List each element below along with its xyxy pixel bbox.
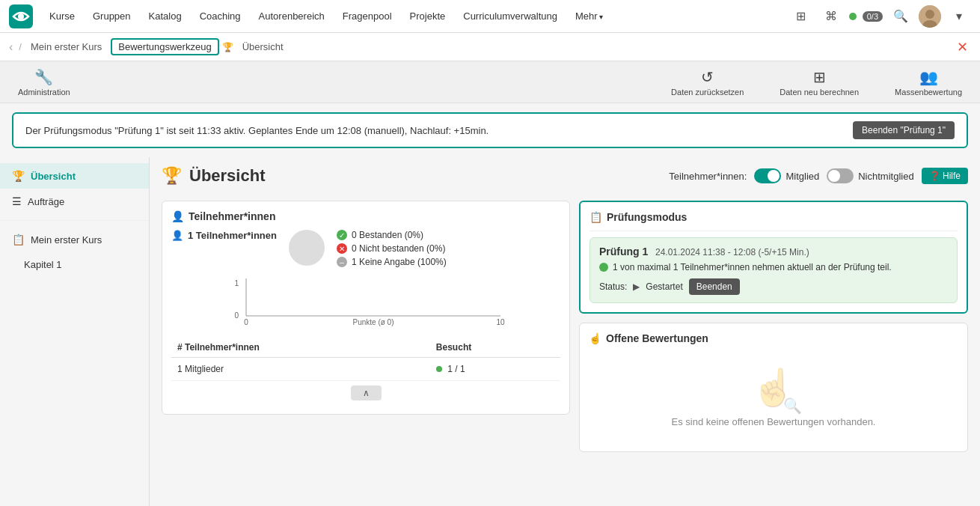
breadcrumb-back[interactable]: ‹ bbox=[6, 39, 16, 55]
bar-chart: 0 1 0 Punkte (ø 0) 10 bbox=[171, 275, 560, 327]
bewertungen-icon: ☝ bbox=[589, 332, 601, 344]
two-col-layout: 👤 Teilnehmer*innen 👤 1 Teilnehmer*innen … bbox=[162, 201, 968, 452]
pruefungsmodus-icon: 📋 bbox=[589, 211, 602, 223]
mass-rating-icon: 👥 bbox=[919, 68, 938, 86]
breadcrumb-my-course[interactable]: Mein erster Kurs bbox=[25, 40, 108, 54]
pruef-stat-row: 1 von maximal 1 Teilnehmer*innen nehmen … bbox=[599, 262, 948, 272]
participants-icon: 👤 bbox=[171, 210, 184, 222]
row-visited: 1 / 1 bbox=[430, 358, 560, 381]
toolbar-administration-label: Administration bbox=[18, 88, 70, 97]
svg-text:10: 10 bbox=[496, 318, 505, 326]
participant-avatar bbox=[289, 230, 325, 266]
trophy-sidebar-icon: 🏆 bbox=[12, 170, 25, 182]
search-icon[interactable]: 🔍 bbox=[889, 4, 913, 28]
chart-area: 0 1 0 Punkte (ø 0) 10 bbox=[171, 275, 560, 335]
empty-text: Es sind keine offenen Bewertungen vorhan… bbox=[672, 416, 876, 427]
toolbar-mass-label: Massenbewertung bbox=[895, 88, 962, 97]
right-column: 📋 Prüfungsmodus Prüfung 1 24.01.2024 11:… bbox=[579, 201, 968, 452]
toggle-nonmember-group: Nichtmitglied bbox=[827, 168, 913, 183]
breadcrumb-bewertungswerkzeug[interactable]: Bewertungswerkzeug bbox=[111, 38, 218, 55]
pruef-header: Prüfung 1 24.01.2024 11:38 - 12:08 (-5/+… bbox=[599, 246, 948, 257]
nav-gruppen[interactable]: Gruppen bbox=[85, 7, 138, 25]
visited-dot bbox=[436, 366, 442, 372]
member-label: Mitglied bbox=[785, 171, 819, 182]
participant-count: 1 Teilnehmer*innen bbox=[188, 230, 277, 241]
participants-table: # Teilnehmer*innen Besucht 1 Mitglieder … bbox=[171, 338, 560, 381]
pruef-exam-date: 24.01.2024 11:38 - 12:08 (-5/+15 Min.) bbox=[655, 247, 809, 257]
toolbar-daten-neu-berechnen[interactable]: ⊞ Daten neu berechnen bbox=[774, 65, 865, 100]
nav-projekte[interactable]: Projekte bbox=[402, 7, 453, 25]
pruefungsmodus-card: 📋 Prüfungsmodus Prüfung 1 24.01.2024 11:… bbox=[579, 201, 968, 314]
collapse-button[interactable]: ∧ bbox=[351, 385, 382, 400]
sidebar-item-ubersicht[interactable]: 🏆 Übersicht bbox=[0, 163, 149, 189]
list-icon: ☰ bbox=[12, 195, 22, 207]
sidebar-item-mein-kurs[interactable]: 📋 Mein erster Kurs bbox=[0, 227, 149, 252]
stats-row: 👤 1 Teilnehmer*innen ✓ 0 Bestanden (0%) … bbox=[171, 230, 560, 267]
session-badge: 0/3 bbox=[863, 11, 883, 22]
help-button[interactable]: ❓ Hilfe bbox=[922, 168, 968, 184]
svg-text:Punkte (ø 0): Punkte (ø 0) bbox=[352, 318, 393, 326]
sidebar-kapitel-label: Kapitel 1 bbox=[24, 259, 62, 270]
toolbar: 🔧 Administration ↺ Daten zurücksetzen ⊞ … bbox=[0, 61, 980, 103]
participants-label: Teilnehmer*innen: bbox=[669, 171, 747, 182]
stat-bestanden: ✓ 0 Bestanden (0%) bbox=[337, 230, 447, 240]
user-menu-chevron[interactable]: ▾ bbox=[947, 4, 971, 28]
nav-mehr[interactable]: Mehr bbox=[568, 7, 610, 25]
page-header: 🏆 Übersicht Teilnehmer*innen: Mitglied N… bbox=[162, 166, 968, 186]
nav-autorenbereich[interactable]: Autorenbereich bbox=[251, 7, 332, 25]
reset-icon: ↺ bbox=[701, 68, 714, 86]
nav-kurse[interactable]: Kurse bbox=[42, 7, 82, 25]
page-title-row: 🏆 Übersicht bbox=[162, 166, 265, 186]
toolbar-reset-label: Daten zurücksetzen bbox=[671, 88, 744, 97]
calendar-icon[interactable]: ⊞ bbox=[789, 4, 813, 28]
online-status bbox=[849, 13, 857, 20]
page-title: Übersicht bbox=[189, 166, 265, 186]
page-trophy-icon: 🏆 bbox=[162, 166, 182, 186]
stat-keine-label: 1 Keine Angabe (100%) bbox=[352, 257, 447, 267]
pruefungsmodus-title: 📋 Prüfungsmodus bbox=[589, 211, 958, 223]
nav-fragenpool[interactable]: Fragenpool bbox=[335, 7, 399, 25]
pruef-inner-card: Prüfung 1 24.01.2024 11:38 - 12:08 (-5/+… bbox=[589, 237, 958, 303]
empty-state: ☝ 🔍 Es sind keine offenen Bewertungen vo… bbox=[589, 352, 958, 442]
sidebar-kurs-label: Mein erster Kurs bbox=[31, 234, 102, 246]
check-icon: ✓ bbox=[337, 230, 347, 240]
table-row: 1 Mitglieder 1 / 1 bbox=[171, 358, 560, 381]
nav-curriculumverwaltung[interactable]: Curriculumverwaltung bbox=[456, 7, 565, 25]
play-icon: ▶ bbox=[633, 281, 640, 292]
collapse-row: ∧ bbox=[171, 381, 560, 405]
content-area: 🏆 Übersicht Teilnehmer*innen: Mitglied N… bbox=[150, 157, 980, 506]
breadcrumb-flag: 🏆 bbox=[222, 42, 233, 52]
toolbar-massenbewertung[interactable]: 👥 Massenbewertung bbox=[889, 65, 968, 100]
breadcrumb-sep1: / bbox=[19, 41, 22, 52]
nav-coaching[interactable]: Coaching bbox=[192, 7, 248, 25]
status-text: Gestartet bbox=[646, 281, 682, 292]
user-avatar[interactable] bbox=[919, 5, 941, 28]
nav-right: ⊞ ⌘ 0/3 🔍 ▾ bbox=[789, 4, 971, 28]
cross-icon: ✕ bbox=[337, 243, 347, 254]
participant-toggles: Teilnehmer*innen: Mitglied Nichtmitglied… bbox=[669, 168, 968, 184]
sidebar-item-auftrage[interactable]: ☰ Aufträge bbox=[0, 189, 149, 214]
toolbar-administration[interactable]: 🔧 Administration bbox=[12, 65, 76, 100]
toggle-member-group: Mitglied bbox=[754, 168, 819, 183]
nav-katalog[interactable]: Katalog bbox=[141, 7, 189, 25]
status-label: Status: bbox=[599, 281, 627, 292]
feed-icon[interactable]: ⌘ bbox=[819, 4, 843, 28]
breadcrumb-close[interactable]: ✕ bbox=[951, 39, 974, 55]
logo[interactable] bbox=[9, 4, 33, 28]
offene-bewertungen-title: ☝ Offene Bewertungen bbox=[589, 332, 958, 344]
sidebar-item-kapitel1[interactable]: Kapitel 1 bbox=[0, 252, 149, 277]
col-visited: Besucht bbox=[430, 338, 560, 358]
pruef-exam-title: Prüfung 1 bbox=[599, 246, 648, 257]
breadcrumb-ubersicht[interactable]: Übersicht bbox=[236, 40, 290, 54]
alert-text: Der Prüfungsmodus "Prüfung 1" ist seit 1… bbox=[25, 125, 489, 136]
recalculate-icon: ⊞ bbox=[813, 68, 826, 86]
breadcrumb-bar: ‹ / Mein erster Kurs Bewertungswerkzeug … bbox=[0, 33, 980, 61]
participant-person-icon: 👤 bbox=[171, 230, 183, 241]
beenden-button[interactable]: Beenden bbox=[689, 278, 740, 295]
toggle-member[interactable] bbox=[754, 168, 781, 183]
visited-value: 1 / 1 bbox=[447, 364, 465, 374]
toggle-nonmember[interactable] bbox=[827, 168, 854, 183]
end-exam-button[interactable]: Beenden "Prüfung 1" bbox=[853, 121, 955, 139]
toolbar-daten-zurucksetzen[interactable]: ↺ Daten zurücksetzen bbox=[665, 65, 750, 100]
sidebar-auftrage-label: Aufträge bbox=[28, 196, 64, 207]
